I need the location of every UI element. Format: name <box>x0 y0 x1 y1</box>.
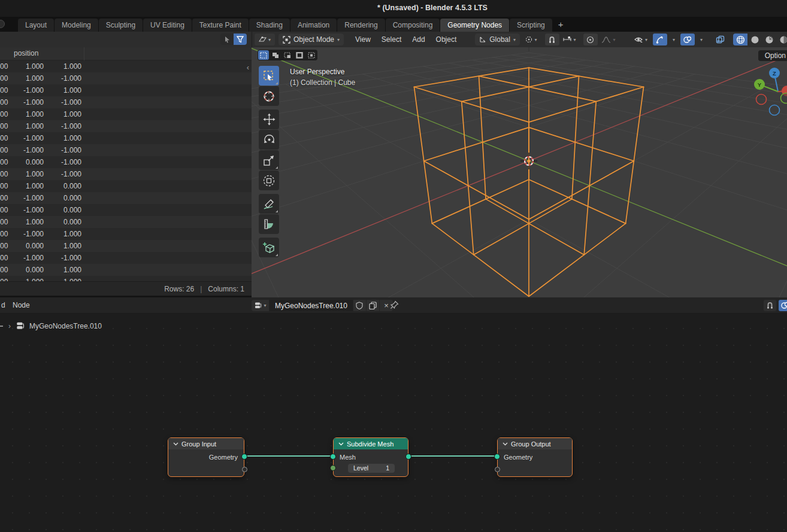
pivot-point-dropdown[interactable]: ▾ <box>522 34 540 45</box>
magnet-icon <box>548 36 556 44</box>
sidebar-collapse-arrow[interactable]: ‹ <box>247 63 249 72</box>
node-group-input[interactable]: Group Input Geometry <box>168 437 244 477</box>
menu-node[interactable]: Node <box>7 301 35 309</box>
tab-texture-paint[interactable]: Texture Paint <box>192 19 249 32</box>
select-extend-button[interactable] <box>270 50 281 60</box>
tool-scale[interactable] <box>259 150 279 170</box>
cell: -1.000 <box>7 96 44 108</box>
tool-annotate[interactable] <box>259 194 279 214</box>
snap-toggle-button[interactable] <box>545 34 559 45</box>
table-row: 00-1.0001.000 <box>0 84 252 96</box>
browse-tree-dropdown[interactable]: ▾ <box>252 300 270 311</box>
tool-add-cube[interactable] <box>259 238 279 257</box>
menu-add[interactable]: Add <box>407 35 430 44</box>
add-workspace-button[interactable]: + <box>552 19 570 32</box>
viewport-canvas[interactable]: User Perspective (1) Collection | Cube O… <box>252 47 787 297</box>
virtual-input-socket[interactable] <box>495 467 500 472</box>
cell: -1.000 <box>7 228 44 240</box>
select-intersect-button[interactable] <box>306 50 317 60</box>
node-snap-button[interactable] <box>764 300 776 311</box>
geometry-node-editor: d Node ▾ MyGeoNodesTree.010 × <box>0 297 787 532</box>
menu-view[interactable]: View <box>350 35 376 44</box>
node-canvas[interactable]: › MyGeoNodesTree.010 Group Input Geometr… <box>0 314 787 532</box>
gizmos-toggle[interactable] <box>653 34 667 45</box>
xray-toggle[interactable] <box>713 34 727 45</box>
tool-rotate[interactable] <box>259 130 279 150</box>
table-row: 00-1.0001.000 <box>0 132 252 144</box>
transform-orientation-dropdown[interactable]: Global ▾ <box>475 34 520 45</box>
node-header[interactable]: Group Input <box>168 438 244 449</box>
tool-select-box[interactable] <box>259 66 279 86</box>
filter-rows-button[interactable] <box>234 34 247 45</box>
mesh-input-socket[interactable] <box>330 454 336 460</box>
spreadsheet-column-header[interactable]: position <box>0 47 252 60</box>
gizmo-x-neg-axis[interactable] <box>756 95 767 105</box>
tree-name-field[interactable]: MyGeoNodesTree.010 <box>270 300 353 311</box>
row-select-cursor-button[interactable] <box>220 34 234 45</box>
shading-material-button[interactable] <box>762 34 776 45</box>
geometry-output-socket[interactable] <box>241 454 247 460</box>
tab-sculpting[interactable]: Sculpting <box>99 19 143 32</box>
navigation-gizmo[interactable]: Z Y <box>745 63 787 123</box>
tool-move[interactable] <box>259 110 279 129</box>
tab-rendering[interactable]: Rendering <box>337 19 385 32</box>
tab-geometry-nodes[interactable]: Geometry Nodes <box>440 19 509 32</box>
cell: 00 <box>0 252 7 264</box>
fake-user-button[interactable] <box>353 300 367 311</box>
gizmo-z-neg-axis[interactable] <box>770 105 780 115</box>
editor-type-button[interactable]: ▾ <box>255 34 275 45</box>
tab-uv-editing[interactable]: UV Editing <box>143 19 192 32</box>
tool-measure[interactable] <box>259 214 279 234</box>
mesh-output-socket[interactable] <box>405 454 411 460</box>
orientation-axes-icon <box>479 36 486 43</box>
proportional-editing-button[interactable] <box>583 34 598 45</box>
blender-logo-icon[interactable] <box>0 20 5 28</box>
select-set-button[interactable] <box>258 50 269 60</box>
clipped-menu-fragment[interactable]: d <box>1 301 7 309</box>
gizmo-icon <box>656 36 664 44</box>
select-subtract-button[interactable] <box>282 50 293 60</box>
new-copy-button[interactable] <box>367 300 380 311</box>
node-header[interactable]: Group Output <box>498 438 572 449</box>
level-input-socket[interactable] <box>330 465 336 471</box>
menu-select[interactable]: Select <box>376 35 407 44</box>
tab-modeling[interactable]: Modeling <box>55 19 98 32</box>
snap-target-dropdown[interactable]: ▾ <box>559 34 580 45</box>
node-header[interactable]: Subdivide Mesh <box>334 438 408 449</box>
select-invert-button[interactable] <box>294 50 305 60</box>
show-hide-dropdown[interactable]: ▾ <box>630 34 652 45</box>
tool-transform[interactable] <box>259 171 279 190</box>
cursor-tool-icon <box>262 90 276 103</box>
mode-dropdown[interactable]: Object Mode ▾ <box>279 34 344 45</box>
level-value-field[interactable]: Level 1 <box>348 464 395 473</box>
shading-rendered-button[interactable] <box>776 34 787 45</box>
node-overlays-toggle[interactable] <box>779 300 787 311</box>
shading-solid-button[interactable] <box>747 34 762 45</box>
node-subdivide-mesh[interactable]: Subdivide Mesh Mesh Level 1 <box>333 437 408 477</box>
tab-scripting[interactable]: Scripting <box>510 19 552 32</box>
virtual-output-socket[interactable] <box>242 467 247 472</box>
tab-layout[interactable]: Layout <box>18 19 54 32</box>
gizmo-y-neg-axis[interactable] <box>781 93 787 104</box>
node-group-output[interactable]: Group Output Geometry <box>497 437 573 477</box>
overlays-dropdown[interactable]: ▾ <box>696 34 707 45</box>
overlays-toggle[interactable] <box>680 34 695 45</box>
cell: 00 <box>0 132 7 144</box>
collapse-chevron-icon[interactable] <box>503 442 508 446</box>
menu-object[interactable]: Object <box>431 35 462 44</box>
shading-wireframe-button[interactable] <box>733 34 747 45</box>
collapse-chevron-icon[interactable] <box>338 442 344 446</box>
tool-cursor[interactable] <box>259 86 279 106</box>
collapse-chevron-icon[interactable] <box>173 442 178 446</box>
tab-animation[interactable]: Animation <box>290 19 337 32</box>
options-panel-button[interactable]: Option <box>758 50 787 61</box>
table-row: 001.000-1.000 <box>0 168 252 180</box>
pin-icon[interactable] <box>390 300 399 310</box>
socket-label-geometry: Geometry <box>498 449 572 463</box>
cell: 1.000 <box>44 84 81 96</box>
tab-shading[interactable]: Shading <box>249 19 290 32</box>
geometry-input-socket[interactable] <box>494 454 500 460</box>
tab-compositing[interactable]: Compositing <box>386 19 440 32</box>
proportional-falloff-dropdown[interactable]: ▾ <box>598 34 619 45</box>
gizmos-dropdown[interactable]: ▾ <box>668 34 679 45</box>
